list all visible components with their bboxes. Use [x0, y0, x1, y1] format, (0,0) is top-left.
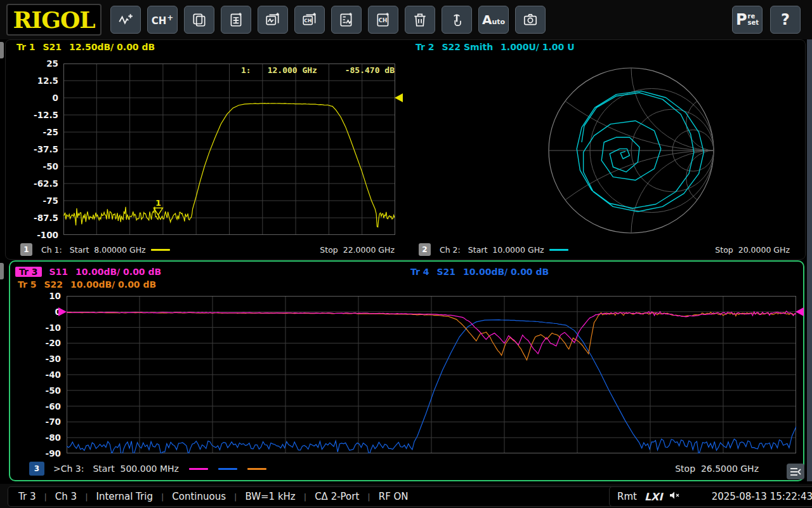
y-tick-label: 25	[30, 58, 58, 69]
menu-expand-button[interactable]	[787, 464, 804, 479]
trace4-swatch	[218, 468, 237, 470]
trace4-label: Tr 4	[410, 267, 429, 277]
status-item-tr-3[interactable]: Tr 3	[18, 491, 36, 502]
y-tick-label: 0	[30, 92, 58, 104]
trace1-header[interactable]: Tr 1S2112.50dB/ 0.00 dB	[16, 42, 155, 52]
trace1-meas: S21	[43, 42, 62, 52]
trace2-header[interactable]: Tr 2S22 Smith1.000U/ 1.00 U	[416, 42, 575, 52]
trace5-scale: 10.00dB/ 0.00 dB	[70, 279, 156, 290]
trace4-header[interactable]: Tr 4 S21 10.00dB/ 0.00 dB	[410, 267, 549, 277]
ch1-footer: 1 Ch 1: Start 8.00000 GHz Stop 22.0000 G…	[20, 243, 395, 256]
ch3-ref-level-arrow-right[interactable]	[796, 307, 804, 316]
trace5-swatch	[247, 468, 266, 470]
marker-label: 1	[155, 198, 161, 208]
toolbar-buttons: CH+	[110, 6, 546, 34]
y-tick-label: -20	[33, 337, 61, 349]
y-tick-label: -80	[33, 432, 61, 443]
ch3-graph	[67, 296, 796, 453]
touch-button[interactable]	[442, 6, 472, 34]
y-tick-label: -87.5	[30, 212, 58, 224]
trace-list-button[interactable]	[331, 6, 362, 34]
add-trace-window-button[interactable]	[258, 6, 288, 34]
trace2-scale: 1.000U/ 1.00 U	[501, 42, 574, 52]
status-separator: |	[161, 492, 164, 502]
window-handle	[0, 263, 4, 279]
new-report-button[interactable]	[221, 6, 251, 34]
vna-screen: RIGOL CH+	[0, 0, 812, 508]
status-item-internal-trig[interactable]: Internal Trig	[96, 491, 153, 502]
status-item-bw-1-khz[interactable]: BW=1 kHz	[245, 491, 295, 502]
help-button[interactable]: ?	[770, 6, 801, 34]
status-separator: |	[304, 492, 306, 502]
preset-button[interactable]: P reset	[732, 6, 763, 34]
channel-list-button[interactable]: CH	[368, 6, 398, 34]
side-menu-rail[interactable]	[807, 39, 812, 481]
trash-icon	[412, 11, 428, 28]
window-trace-icon	[265, 11, 281, 28]
ch1-ref-level-arrow[interactable]	[395, 93, 403, 102]
ch3-stop[interactable]: Stop 26.5000 GHz	[675, 464, 759, 474]
trace3-header[interactable]: Tr 3 S11 10.00dB/ 0.00 dB	[15, 267, 161, 277]
ch2-footer: 2 Ch 2: Start 10.0000 GHz Stop 20.0000 G…	[419, 243, 790, 256]
ch3-start[interactable]: Start 500.000 MHz	[93, 464, 178, 474]
window-ch-icon: CH	[301, 11, 318, 28]
datetime: 2025-08-13 15:22:43	[712, 491, 812, 502]
ch2-start[interactable]: Start 10.0000 GHz	[468, 245, 544, 255]
trace3-active-badge[interactable]: Tr 3	[15, 267, 42, 277]
ch1-graph: 1	[63, 64, 395, 235]
ch2-label: Ch 2:	[440, 245, 461, 255]
speaker-muted-icon[interactable]	[669, 490, 680, 503]
y-tick-label: -62.5	[30, 178, 58, 189]
status-item-rf-on[interactable]: RF ON	[379, 491, 409, 502]
ch1-start[interactable]: Start 8.00000 GHz	[70, 245, 146, 255]
trace4-meas: S21	[437, 267, 456, 277]
y-tick-label: -50	[33, 385, 61, 396]
copy-icon	[191, 11, 207, 28]
trace-S21	[63, 104, 395, 227]
trace4-scale: 10.00dB/ 0.00 dB	[463, 267, 549, 277]
y-tick-label: -50	[30, 161, 58, 172]
ch2-badge[interactable]: 2	[419, 243, 431, 256]
help-icon: ?	[781, 11, 790, 29]
copy-window-button[interactable]	[184, 6, 214, 34]
list-ch-icon: CH	[375, 11, 391, 28]
window-handle	[0, 42, 4, 58]
y-tick-label: -60	[33, 401, 61, 412]
status-item-c-2-port[interactable]: CΔ 2-Port	[315, 491, 359, 502]
y-tick-label: 10	[33, 290, 61, 302]
ch3-label: >Ch 3:	[53, 464, 84, 474]
y-tick-label: -40	[33, 369, 61, 380]
ch1-badge[interactable]: 1	[20, 243, 32, 256]
delete-button[interactable]	[405, 6, 435, 34]
status-item-continuous[interactable]: Continuous	[172, 491, 226, 502]
new-trace-button[interactable]	[110, 6, 141, 34]
y-tick-label: -10	[33, 322, 61, 333]
ch-plus-icon: CH+	[152, 13, 174, 27]
y-tick-label: -75	[30, 195, 58, 206]
ch3-footer: 3 >Ch 3: Start 500.000 MHz Stop 26.5000 …	[29, 462, 778, 476]
y-tick-label: -30	[33, 353, 61, 364]
ch3-ref-level-arrow-left[interactable]	[58, 307, 67, 316]
status-pill-left: Tr 3|Ch 3|Internal Trig|Continuous|BW=1 …	[8, 486, 624, 507]
status-item-ch-3[interactable]: Ch 3	[55, 491, 77, 502]
camera-icon	[522, 11, 539, 28]
ch2-stop[interactable]: Stop 20.0000 GHz	[715, 245, 790, 255]
auto-scale-button[interactable]: Auto	[478, 6, 509, 34]
ch1-trace-swatch	[151, 249, 170, 251]
trace3-scale: 10.00dB/ 0.00 dB	[75, 267, 161, 277]
toolbar-right-buttons: P reset ?	[732, 6, 801, 34]
y-tick-label: -25	[30, 126, 58, 138]
y-tick-label: 12.5	[30, 75, 58, 86]
trace2-label: Tr 2	[416, 42, 435, 52]
hamburger-collapse-icon	[789, 467, 802, 477]
ch2-trace-swatch	[549, 249, 568, 251]
status-separator: |	[85, 492, 88, 502]
status-separator: |	[234, 492, 237, 502]
add-channel-button[interactable]: CH+	[147, 6, 178, 34]
trace2-meas: S22 Smith	[442, 42, 494, 52]
add-channel-window-button[interactable]: CH	[294, 6, 325, 34]
ch3-badge[interactable]: 3	[29, 462, 44, 476]
ch1-stop[interactable]: Stop 22.0000 GHz	[320, 245, 395, 255]
screenshot-button[interactable]	[515, 6, 546, 34]
trace5-header[interactable]: Tr 5 S22 10.00dB/ 0.00 dB	[18, 279, 156, 290]
